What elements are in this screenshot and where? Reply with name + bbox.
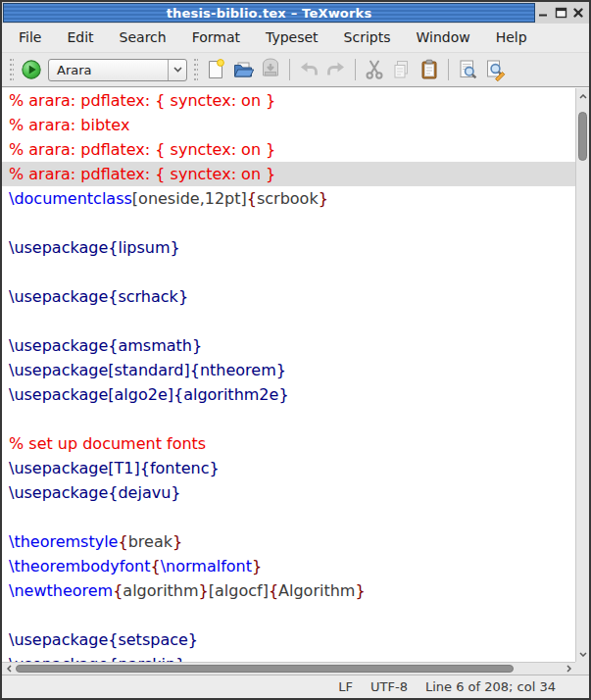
code-line[interactable]: \usepackage{amsmath} bbox=[2, 333, 575, 358]
maximize-button[interactable] bbox=[553, 5, 568, 21]
code-line[interactable]: % arara: pdflatex: { synctex: on } bbox=[2, 137, 575, 162]
combo-arrow[interactable] bbox=[168, 60, 186, 80]
cut-icon bbox=[363, 58, 386, 81]
typeset-play-icon bbox=[21, 59, 42, 80]
undo-button[interactable] bbox=[295, 56, 322, 83]
open-folder-icon bbox=[231, 58, 255, 81]
typeset-engine-select[interactable]: Arara bbox=[48, 59, 187, 81]
cursor-position-indicator: Line 6 of 208; col 34 bbox=[425, 679, 556, 694]
typeset-button[interactable] bbox=[18, 56, 45, 83]
toolbar-drag-handle[interactable] bbox=[10, 59, 14, 80]
window-controls bbox=[533, 2, 588, 24]
combo-chevron-down-icon bbox=[173, 67, 182, 73]
statusbar: LF UTF-8 Line 6 of 208; col 34 bbox=[2, 675, 589, 698]
code-line[interactable]: \documentclass[oneside,12pt]{scrbook} bbox=[2, 186, 575, 211]
close-icon bbox=[572, 7, 584, 19]
code-line[interactable]: \usepackage{lipsum} bbox=[2, 235, 575, 260]
typeset-engine-value: Arara bbox=[49, 63, 168, 77]
find-icon bbox=[456, 58, 479, 81]
menu-window[interactable]: Window bbox=[403, 24, 482, 52]
find-button[interactable] bbox=[454, 56, 481, 83]
titlebar[interactable]: thesis-biblio.tex – TeXworks bbox=[2, 2, 589, 24]
menu-format[interactable]: Format bbox=[179, 24, 253, 52]
cut-button[interactable] bbox=[361, 56, 388, 83]
find-replace-button[interactable] bbox=[481, 56, 509, 83]
code-line[interactable]: \newtheorem{algorithm}[algocf]{Algorithm… bbox=[2, 578, 575, 603]
toolbar-drag-handle-2[interactable] bbox=[194, 59, 198, 80]
scrollbar-corner bbox=[575, 662, 589, 675]
code-line[interactable]: \usepackage{scrhack} bbox=[2, 284, 575, 309]
code-line[interactable] bbox=[2, 603, 575, 627]
menubar: File Edit Search Format Typeset Scripts … bbox=[2, 24, 589, 53]
scroll-down-icon[interactable] bbox=[576, 648, 589, 660]
scroll-left-icon[interactable] bbox=[3, 663, 15, 675]
undo-icon bbox=[297, 58, 320, 81]
horizontal-scrollbar[interactable] bbox=[2, 662, 575, 675]
maximize-icon bbox=[555, 7, 567, 19]
menu-typeset[interactable]: Typeset bbox=[253, 24, 331, 52]
title-panel: thesis-biblio.tex – TeXworks bbox=[3, 3, 535, 23]
code-line[interactable]: \usepackage{dejavu} bbox=[2, 480, 575, 505]
save-icon bbox=[259, 58, 282, 81]
find-replace-icon bbox=[483, 58, 507, 81]
code-line[interactable]: % arara: pdflatex: { synctex: on } bbox=[2, 162, 575, 186]
code-line[interactable]: \usepackage[algo2e]{algorithm2e} bbox=[2, 382, 575, 407]
toolbar-separator bbox=[448, 59, 449, 80]
code-line[interactable] bbox=[2, 309, 575, 333]
redo-button[interactable] bbox=[322, 56, 350, 83]
code-line[interactable]: \usepackage[T1]{fontenc} bbox=[2, 456, 575, 480]
menu-search[interactable]: Search bbox=[107, 24, 179, 52]
vertical-scrollbar-thumb[interactable] bbox=[578, 112, 587, 161]
code-area[interactable]: % arara: pdflatex: { synctex: on }% arar… bbox=[2, 88, 575, 662]
code-line[interactable] bbox=[2, 211, 575, 235]
redo-icon bbox=[324, 58, 348, 81]
texworks-window: thesis-biblio.tex – TeXworks File Edit S… bbox=[0, 0, 591, 700]
close-button[interactable] bbox=[570, 5, 586, 21]
toolbar-separator bbox=[355, 59, 356, 80]
code-line[interactable] bbox=[2, 505, 575, 529]
code-line[interactable]: \theorembodyfont{\normalfont} bbox=[2, 554, 575, 578]
scroll-up-icon[interactable] bbox=[576, 90, 589, 102]
toolbar-separator bbox=[289, 59, 290, 80]
minimize-icon bbox=[537, 7, 549, 19]
new-document-button[interactable] bbox=[202, 56, 229, 83]
vertical-scrollbar[interactable] bbox=[575, 88, 589, 662]
code-line[interactable] bbox=[2, 260, 575, 284]
paste-button[interactable] bbox=[416, 56, 443, 83]
menu-edit[interactable]: Edit bbox=[54, 24, 106, 52]
editor-pane: % arara: pdflatex: { synctex: on }% arar… bbox=[2, 87, 589, 675]
copy-icon bbox=[390, 58, 414, 81]
window-title: thesis-biblio.tex – TeXworks bbox=[167, 6, 372, 21]
toolbar: Arara bbox=[2, 53, 589, 87]
code-line[interactable]: \usepackage{parskip} bbox=[2, 652, 575, 662]
code-line[interactable]: % set up document fonts bbox=[2, 431, 575, 456]
line-ending-indicator: LF bbox=[338, 679, 353, 694]
open-button[interactable] bbox=[229, 56, 257, 83]
menu-help[interactable]: Help bbox=[483, 24, 540, 52]
horizontal-scrollbar-thumb[interactable] bbox=[16, 665, 514, 673]
scroll-right-icon[interactable] bbox=[563, 663, 574, 675]
code-line[interactable]: \usepackage[standard]{ntheorem} bbox=[2, 358, 575, 382]
paste-icon bbox=[418, 58, 441, 81]
code-line[interactable]: % arara: pdflatex: { synctex: on } bbox=[2, 88, 575, 113]
menu-scripts[interactable]: Scripts bbox=[331, 24, 404, 52]
new-document-icon bbox=[204, 58, 227, 81]
code-line[interactable]: \usepackage{setspace} bbox=[2, 627, 575, 652]
code-line[interactable]: \theoremstyle{break} bbox=[2, 529, 575, 554]
encoding-indicator: UTF-8 bbox=[370, 679, 408, 694]
minimize-button[interactable] bbox=[535, 5, 551, 21]
copy-button[interactable] bbox=[388, 56, 416, 83]
code-line[interactable] bbox=[2, 407, 575, 431]
menu-file[interactable]: File bbox=[6, 24, 54, 52]
save-button[interactable] bbox=[257, 56, 284, 83]
code-line[interactable]: % arara: bibtex bbox=[2, 113, 575, 137]
